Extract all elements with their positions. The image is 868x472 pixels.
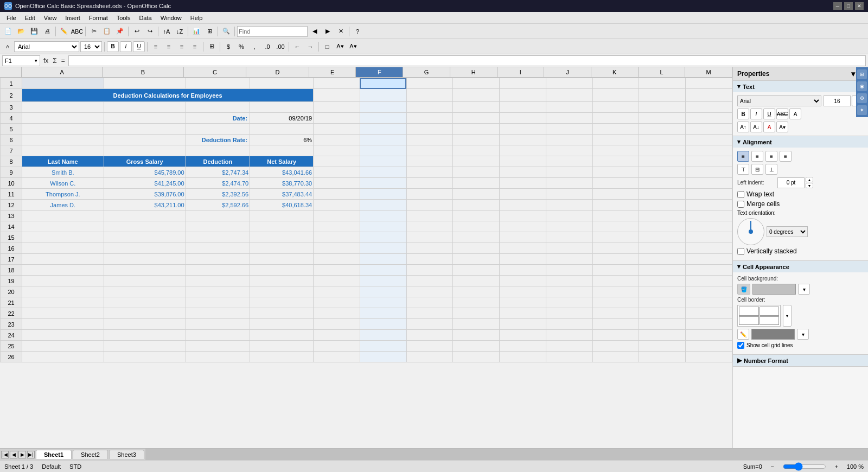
cell-g2[interactable] (406, 89, 453, 102)
cell-e22[interactable] (314, 308, 360, 319)
cell-f4[interactable] (360, 113, 406, 124)
side-icon-3[interactable]: ⚙ (857, 93, 867, 103)
cell-l9[interactable] (639, 167, 686, 178)
cell-f2[interactable] (360, 89, 406, 102)
cell-g22[interactable] (406, 308, 453, 319)
cell-f25[interactable] (360, 341, 406, 352)
cell-m18[interactable] (686, 265, 732, 276)
cell-l19[interactable] (639, 276, 686, 286)
cell-f14[interactable] (360, 221, 406, 232)
minimize-button[interactable]: ─ (833, 2, 842, 10)
cell-l17[interactable] (639, 254, 686, 265)
cell-j14[interactable] (546, 221, 592, 232)
cell-d13[interactable] (250, 211, 314, 221)
cell-m11[interactable] (686, 189, 732, 200)
prop-orientation-dial[interactable] (737, 218, 764, 245)
col-header-e[interactable]: E (309, 67, 356, 77)
cell-k6[interactable] (592, 135, 639, 145)
menu-view[interactable]: View (40, 14, 61, 22)
cell-j21[interactable] (546, 297, 592, 308)
row-num-12[interactable]: 12 (1, 200, 22, 211)
cell-i23[interactable] (500, 319, 546, 330)
cell-k24[interactable] (592, 330, 639, 341)
cell-j9[interactable] (546, 167, 592, 178)
cell-i5[interactable] (500, 124, 546, 135)
cell-f22[interactable] (360, 308, 406, 319)
menu-edit[interactable]: Edit (21, 14, 40, 22)
cell-h3[interactable] (453, 102, 500, 113)
find-next-button[interactable]: ▶ (322, 25, 334, 37)
cell-i2[interactable] (500, 89, 546, 102)
cell-h25[interactable] (453, 341, 500, 352)
cell-i11[interactable] (500, 189, 546, 200)
cell-j18[interactable] (546, 265, 592, 276)
row-num-9[interactable]: 9 (1, 167, 22, 178)
cell-e7[interactable] (314, 145, 360, 156)
cell-c22[interactable] (186, 308, 250, 319)
cell-e2[interactable] (314, 89, 360, 102)
cell-j24[interactable] (546, 330, 592, 341)
cell-e8[interactable] (314, 156, 360, 167)
prop-wrap-text-checkbox[interactable] (737, 191, 744, 198)
cell-f12[interactable] (360, 200, 406, 211)
cell-j3[interactable] (546, 102, 592, 113)
font-size-select[interactable]: 16 810121418 (80, 41, 102, 52)
cell-l25[interactable] (639, 341, 686, 352)
cell-f11[interactable] (360, 189, 406, 200)
row-num-6[interactable]: 6 (1, 135, 22, 145)
cell-d23[interactable] (250, 319, 314, 330)
cell-g24[interactable] (406, 330, 453, 341)
cell-d24[interactable] (250, 330, 314, 341)
zoom-slider[interactable] (783, 462, 826, 471)
cell-g12[interactable] (406, 200, 453, 211)
justify-button[interactable]: ≡ (189, 41, 201, 53)
cell-j1[interactable] (546, 78, 592, 89)
cell-g5[interactable] (406, 124, 453, 135)
sort-asc-button[interactable]: ↑A (161, 25, 173, 37)
save-button[interactable]: 💾 (28, 25, 40, 37)
cell-g20[interactable] (406, 286, 453, 297)
cell-e12[interactable] (314, 200, 360, 211)
cell-a20[interactable] (22, 286, 104, 297)
col-header-h[interactable]: H (450, 67, 497, 77)
cell-m5[interactable] (686, 124, 732, 135)
row-num-23[interactable]: 23 (1, 319, 22, 330)
cell-g9[interactable] (406, 167, 453, 178)
cell-l2[interactable] (639, 89, 686, 102)
menu-insert[interactable]: Insert (61, 14, 85, 22)
borders-button[interactable]: □ (321, 41, 333, 53)
cell-j15[interactable] (546, 232, 592, 243)
cell-k17[interactable] (592, 254, 639, 265)
cell-k7[interactable] (592, 145, 639, 156)
cell-m25[interactable] (686, 341, 732, 352)
cell-g8[interactable] (406, 156, 453, 167)
cell-f21[interactable] (360, 297, 406, 308)
cell-j7[interactable] (546, 145, 592, 156)
col-header-a[interactable]: A (22, 67, 103, 77)
cell-j25[interactable] (546, 341, 592, 352)
cell-e14[interactable] (314, 221, 360, 232)
cell-k11[interactable] (592, 189, 639, 200)
cell-g16[interactable] (406, 243, 453, 254)
sheet-tab-2[interactable]: Sheet2 (73, 450, 108, 459)
cell-c4-date-label[interactable]: Date: (186, 113, 250, 124)
cell-b12[interactable]: $43,211.00 (104, 200, 186, 211)
cell-k25[interactable] (592, 341, 639, 352)
cell-h18[interactable] (453, 265, 500, 276)
cell-f9[interactable] (360, 167, 406, 178)
style-box[interactable]: A (2, 41, 13, 53)
cell-e23[interactable] (314, 319, 360, 330)
cell-k10[interactable] (592, 178, 639, 189)
currency-button[interactable]: $ (222, 41, 234, 53)
cell-j26[interactable] (546, 352, 592, 362)
cell-g4[interactable] (406, 113, 453, 124)
cell-h23[interactable] (453, 319, 500, 330)
cell-i16[interactable] (500, 243, 546, 254)
cell-j4[interactable] (546, 113, 592, 124)
cell-h11[interactable] (453, 189, 500, 200)
italic-button[interactable]: I (120, 41, 132, 52)
cell-e3[interactable] (314, 102, 360, 113)
prop-align-center-button[interactable]: ≡ (751, 151, 763, 162)
cell-i24[interactable] (500, 330, 546, 341)
cell-m8[interactable] (686, 156, 732, 167)
